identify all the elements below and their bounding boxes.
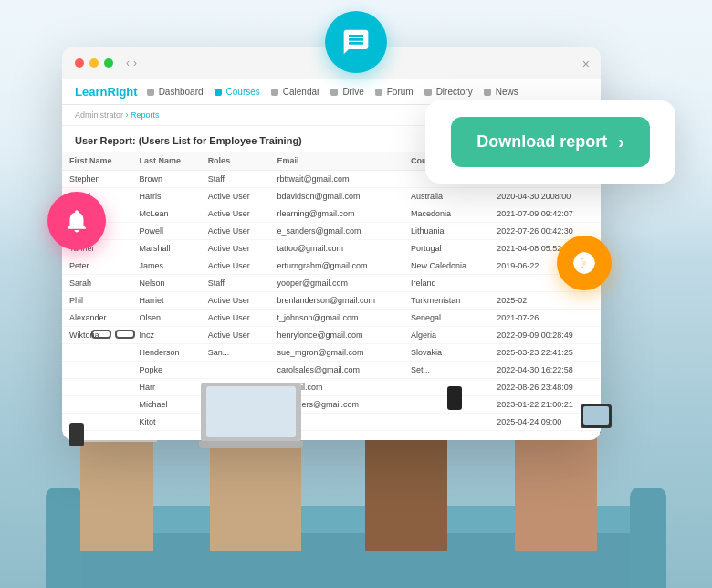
table-cell: Active User <box>201 240 270 257</box>
table-cell: bdavidson@gmail.com <box>269 188 403 205</box>
table-cell: t_johnson@gmail.com <box>269 310 403 327</box>
table-row: PhilHarrietActive Userbrenlanderson@gmai… <box>62 292 601 310</box>
table-cell: San... <box>201 344 270 362</box>
person1-phone <box>69 423 84 446</box>
table-cell: Staff <box>201 275 270 292</box>
nav-arrows[interactable]: ‹ › <box>126 57 137 69</box>
table-cell: Harr <box>131 379 200 396</box>
nav-news[interactable]: News <box>484 87 518 97</box>
nav-courses[interactable]: Courses <box>215 87 260 97</box>
table-cell <box>403 414 489 431</box>
table-cell: Michael <box>131 396 200 414</box>
table-cell: Sarah <box>62 275 131 292</box>
table-row: RebeccaMcLeanActive Userrlearning@gmail.… <box>62 205 601 223</box>
col-lastname[interactable]: Last Name <box>131 152 200 171</box>
table-cell: henrylonce@gmail.com <box>269 327 403 344</box>
table-cell: 2020-04-30 2008:00 <box>489 188 601 205</box>
table-cell: 2025-03-23 22:41:25 <box>489 344 601 362</box>
table-cell: brenlanderson@gmail.com <box>269 292 403 310</box>
laptop-base <box>199 441 303 448</box>
table-cell: Marshall <box>131 240 200 257</box>
table-row: HendersonSan...sue_mgron@gmail.comSlovak… <box>62 344 601 362</box>
table-cell: 2021-07-09 09:42:07 <box>489 205 601 223</box>
courses-icon <box>215 89 222 96</box>
table-cell: Active User <box>201 310 270 327</box>
table-cell: carolsales@gmail.com <box>269 362 403 379</box>
table-cell: Australia <box>403 188 489 205</box>
report-table: First Name Last Name Roles Email Country… <box>62 152 601 431</box>
table-row: Popkecarolsales@gmail.comSet...2022-04-3… <box>62 362 601 379</box>
table-cell: New Caledonia <box>403 257 489 275</box>
table-cell: yooper@gmail.com <box>269 275 403 292</box>
table-cell: Algeria <box>403 327 489 344</box>
table-cell <box>62 362 131 379</box>
table-cell: Lithuania <box>403 223 489 240</box>
table-row: AlexanderOlsenActive Usert_johnson@gmail… <box>62 310 601 327</box>
table-cell: Brown <box>131 171 200 188</box>
back-arrow[interactable]: ‹ <box>126 57 130 69</box>
col-roles[interactable]: Roles <box>201 152 270 171</box>
table-cell: Active User <box>201 257 270 275</box>
logo: LearnRight <box>75 85 138 99</box>
table-cell: Stephen <box>62 171 131 188</box>
target-float[interactable] <box>557 236 612 290</box>
person2-laptop-lid <box>201 383 301 442</box>
table-cell: Turkmenistan <box>403 292 489 310</box>
table-cell: Popke <box>131 362 200 379</box>
calendar-icon <box>271 89 278 96</box>
table-cell: rbttwait@gmail.com <box>269 171 403 188</box>
forum-icon <box>375 89 382 96</box>
table-cell: 2022-09-09 00:28:49 <box>489 327 601 344</box>
table-cell: Active User <box>201 188 270 205</box>
chat-bubble-float[interactable] <box>325 11 387 73</box>
nav-calendar[interactable]: Calendar <box>271 87 320 97</box>
table-cell: Senegal <box>403 310 489 327</box>
laptop-screen <box>206 386 296 437</box>
download-chevron-icon: › <box>618 131 624 152</box>
table-cell: Powell <box>131 223 200 240</box>
table-cell: Active User <box>201 205 270 223</box>
logo-accent: Right <box>107 85 137 99</box>
person1-glasses2 <box>115 330 135 339</box>
target-icon <box>571 250 597 276</box>
col-firstname[interactable]: First Name <box>62 152 131 171</box>
table-row: Kitot2025-04-24 09:00 <box>62 414 601 431</box>
table-cell <box>62 379 131 396</box>
directory-icon <box>424 89 432 96</box>
table-cell: Active User <box>201 223 270 240</box>
table-cell: Harriet <box>131 292 200 310</box>
table-cell <box>201 362 270 379</box>
drive-icon <box>330 89 338 96</box>
close-button[interactable]: × <box>582 57 590 71</box>
bell-float[interactable] <box>47 192 106 250</box>
table-cell <box>62 344 131 362</box>
table-cell: Slovakia <box>403 344 489 362</box>
table-cell: Olsen <box>131 310 200 327</box>
table-cell: tattoo@gmail.com <box>269 240 403 257</box>
table-cell: Active User <box>201 327 270 344</box>
table-body: StephenBrownStaffrbttwait@gmail.comDavid… <box>62 171 601 431</box>
table-cell: Harris <box>131 188 200 205</box>
download-card: Download report › <box>425 100 675 184</box>
download-report-button[interactable]: Download report › <box>451 117 650 167</box>
sofa-arm-right <box>630 488 666 588</box>
sofa-arm-left <box>46 488 82 588</box>
traffic-dot-red <box>75 58 84 68</box>
table-row: HarrAct...@gmail.com2022-08-26 23:48:09 <box>62 379 601 396</box>
table-cell: Kitot <box>131 414 200 431</box>
table-row: PeterJamesActive Usererturngrahm@gmail.c… <box>62 257 601 275</box>
table-cell: James <box>131 257 200 275</box>
nav-dashboard[interactable]: Dashboard <box>147 87 204 97</box>
chat-icon <box>341 27 371 57</box>
table-cell: 2021-07-26 <box>489 310 601 327</box>
col-email[interactable]: Email <box>269 152 403 171</box>
nav-drive[interactable]: Drive <box>330 87 363 97</box>
table-cell <box>62 396 131 414</box>
table-cell: Peter <box>62 257 131 275</box>
forward-arrow[interactable]: › <box>133 57 137 69</box>
nav-directory[interactable]: Directory <box>424 87 473 97</box>
table-cell: e_sanders@gmail.com <box>269 223 403 240</box>
table-row: TannerMarshallActive Usertattoo@gmail.co… <box>62 240 601 257</box>
nav-forum[interactable]: Forum <box>375 87 414 97</box>
table-cell: 2025-02 <box>489 292 601 310</box>
